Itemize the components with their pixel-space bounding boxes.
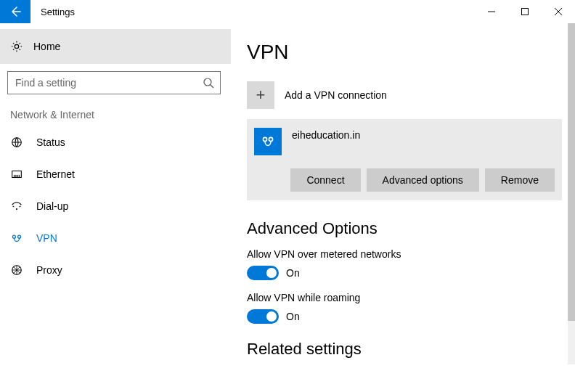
scrollbar[interactable] xyxy=(568,23,575,364)
window-controls xyxy=(475,0,575,23)
home-nav-item[interactable]: Home xyxy=(0,29,231,64)
sidebar-section-label: Network & Internet xyxy=(0,99,231,126)
gear-icon xyxy=(10,40,23,53)
svg-point-8 xyxy=(12,235,15,238)
search-icon xyxy=(203,77,214,89)
toggle-metered: Allow VPN over metered networks On xyxy=(247,248,562,280)
back-arrow-icon xyxy=(9,5,22,18)
sidebar-item-dialup[interactable]: Dial-up xyxy=(0,190,231,222)
advanced-options-heading: Advanced Options xyxy=(247,219,562,238)
related-settings-heading: Related settings xyxy=(247,340,562,359)
toggle-label: Allow VPN while roaming xyxy=(247,292,562,303)
sidebar-item-label: VPN xyxy=(36,232,57,244)
minimize-icon xyxy=(487,7,496,16)
sidebar-item-label: Dial-up xyxy=(36,200,68,212)
maximize-icon xyxy=(521,7,529,16)
svg-line-4 xyxy=(211,85,213,88)
svg-point-9 xyxy=(18,235,21,238)
sidebar-item-label: Status xyxy=(36,136,65,148)
search-input[interactable] xyxy=(15,77,203,89)
svg-point-7 xyxy=(16,208,17,210)
ethernet-icon xyxy=(10,168,23,181)
toggle-switch-metered[interactable] xyxy=(247,266,279,280)
svg-point-3 xyxy=(204,78,211,86)
globe-icon xyxy=(10,136,23,149)
sidebar-item-ethernet[interactable]: Ethernet xyxy=(0,158,231,190)
svg-point-2 xyxy=(15,44,18,48)
toggle-state: On xyxy=(286,311,300,322)
toggle-switch-roaming[interactable] xyxy=(247,309,279,324)
svg-rect-1 xyxy=(522,9,529,15)
add-vpn-label: Add a VPN connection xyxy=(285,89,387,101)
search-box[interactable] xyxy=(7,71,221,94)
connect-button[interactable]: Connect xyxy=(290,168,360,192)
plus-icon: + xyxy=(256,86,266,105)
sidebar-item-proxy[interactable]: Proxy xyxy=(0,254,231,286)
advanced-options-button[interactable]: Advanced options xyxy=(367,168,479,192)
back-button[interactable] xyxy=(0,0,30,23)
sidebar: Home Network & Internet Status xyxy=(0,23,231,392)
main-panel: VPN + Add a VPN connection eiheducation.… xyxy=(231,23,575,392)
titlebar: Settings xyxy=(0,0,575,23)
vpn-connection-card[interactable]: eiheducation.in Connect Advanced options… xyxy=(247,119,562,200)
sidebar-item-label: Proxy xyxy=(36,264,62,276)
proxy-icon xyxy=(10,264,23,277)
home-label: Home xyxy=(33,41,60,52)
sidebar-item-label: Ethernet xyxy=(36,168,75,180)
vpn-icon xyxy=(10,232,23,245)
svg-point-11 xyxy=(263,137,266,141)
maximize-button[interactable] xyxy=(508,0,542,23)
toggle-label: Allow VPN over metered networks xyxy=(247,248,562,260)
remove-button[interactable]: Remove xyxy=(485,168,555,192)
sidebar-item-status[interactable]: Status xyxy=(0,126,231,158)
vpn-connection-name: eiheducation.in xyxy=(292,128,360,141)
add-tile: + xyxy=(247,81,274,109)
add-vpn-row[interactable]: + Add a VPN connection xyxy=(247,81,562,109)
svg-point-12 xyxy=(269,137,272,141)
scrollbar-thumb[interactable] xyxy=(568,23,575,321)
vpn-icon xyxy=(259,133,277,150)
sidebar-item-vpn[interactable]: VPN xyxy=(0,222,231,254)
page-title: VPN xyxy=(247,41,562,64)
window-title: Settings xyxy=(30,0,475,23)
dialup-icon xyxy=(10,200,23,213)
toggle-roaming: Allow VPN while roaming On xyxy=(247,292,562,324)
minimize-button[interactable] xyxy=(475,0,508,23)
close-button[interactable] xyxy=(542,0,575,23)
close-icon xyxy=(554,7,563,16)
vpn-tile-icon xyxy=(254,128,282,155)
toggle-state: On xyxy=(286,267,300,279)
